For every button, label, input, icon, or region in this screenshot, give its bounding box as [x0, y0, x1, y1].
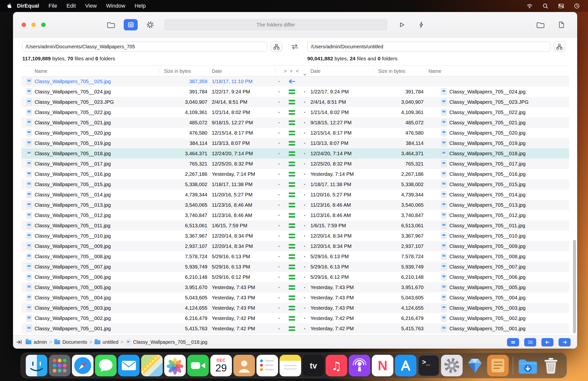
menu-help[interactable]: Help [130, 0, 150, 12]
file-name-right[interactable]: Classy_Wallpapers_705__020.jpg [425, 130, 569, 136]
table-row[interactable]: Classy_Wallpapers_705__012.jpg3,740,8471… [21, 210, 569, 220]
compare-status[interactable] [275, 275, 309, 280]
right-dot-icon[interactable] [304, 246, 305, 247]
wifi-icon[interactable] [526, 3, 533, 9]
equal-icon[interactable] [289, 213, 295, 218]
equal-icon[interactable] [289, 90, 295, 94]
compare-status[interactable] [275, 151, 309, 156]
breadcrumb-folder[interactable]: Documents [54, 339, 87, 345]
file-name-right[interactable]: Classy_Wallpapers_705__003.jpg [425, 305, 569, 311]
table-row[interactable]: Classy_Wallpapers_705__002.jpg6,216,479Y… [21, 313, 569, 324]
dock-launchpad-icon[interactable] [49, 355, 70, 376]
file-name-left[interactable]: Classy_Wallpapers_705__012.jpg [21, 212, 159, 218]
file-name-right[interactable]: Classy_Wallpapers_705__007.jpg [425, 264, 569, 270]
left-dot-icon[interactable] [278, 163, 279, 165]
file-name-left[interactable]: Classy_Wallpapers_705__005.jpg [21, 284, 159, 290]
left-dot-icon[interactable] [278, 307, 279, 309]
left-dot-icon[interactable] [278, 122, 279, 123]
left-path-input[interactable] [22, 42, 267, 52]
column-header-name-right[interactable]: Name [425, 66, 569, 76]
file-name-right[interactable]: Classy_Wallpapers_705__008.jpg [425, 253, 569, 260]
column-header-size-left[interactable]: Size in bytes [159, 66, 210, 76]
file-name-right[interactable]: Classy_Wallpapers_705__006.jpg [425, 274, 569, 280]
compare-status[interactable] [275, 120, 309, 125]
equal-icon[interactable] [289, 172, 295, 176]
left-dot-icon[interactable] [278, 297, 279, 298]
right-path-input[interactable] [307, 42, 550, 52]
dock-notes-icon[interactable] [279, 355, 301, 376]
control-center-icon[interactable] [558, 3, 564, 9]
equal-icon[interactable] [289, 151, 295, 156]
reveal-left-folder-button[interactable] [534, 19, 546, 30]
table-row[interactable]: Classy_Wallpapers_705__009.jpg2,937,1071… [21, 241, 569, 251]
table-row[interactable]: Classy_Wallpapers_705__006.jpg6,210,1485… [21, 272, 569, 282]
equal-icon[interactable] [289, 162, 295, 166]
breadcrumb-file[interactable]: Classy_Wallpapers_705__018.jpg [126, 339, 207, 345]
quick-compare-button[interactable] [415, 19, 427, 30]
right-dot-icon[interactable] [304, 133, 305, 133]
compare-status[interactable] [275, 162, 309, 166]
menu-edit[interactable]: Edit [62, 0, 81, 12]
table-row[interactable]: Classy_Wallpapers_705__024.jpg391,7841/2… [21, 87, 569, 97]
file-name-right[interactable]: Classy_Wallpapers_705__002.jpg [425, 315, 569, 322]
file-name-left[interactable]: Classy_Wallpapers_705__003.jpg [21, 305, 159, 311]
table-row[interactable]: Classy_Wallpapers_705__004.jpg5,043,605Y… [21, 292, 569, 303]
breadcrumb-folder[interactable]: admin [25, 339, 47, 345]
file-name-right[interactable]: Classy_Wallpapers_705__014.jpg [425, 191, 569, 198]
file-name-left[interactable]: Classy_Wallpapers_705__009.jpg [21, 243, 159, 249]
compare-status[interactable] [275, 265, 309, 269]
file-name-right[interactable]: Classy_Wallpapers_705__021.jpg [425, 119, 569, 126]
compare-status[interactable] [275, 306, 309, 310]
previous-difference-button[interactable] [541, 338, 553, 346]
left-dot-icon[interactable] [278, 194, 279, 195]
left-dot-icon[interactable] [278, 143, 279, 144]
right-dot-icon[interactable] [304, 318, 305, 319]
file-name-left[interactable]: Classy_Wallpapers_705__024.jpg [21, 89, 159, 95]
column-header-date-right[interactable]: Date [309, 66, 373, 76]
clock-icon[interactable] [574, 3, 580, 9]
file-name-right[interactable]: Classy_Wallpapers_705__011.jpg [425, 222, 569, 229]
left-dot-icon[interactable] [278, 246, 279, 247]
equal-icon[interactable] [289, 120, 295, 125]
menu-app-name[interactable]: DirEqual [12, 0, 44, 12]
column-header-size-right[interactable]: Size in bytes [373, 66, 425, 76]
file-name-left[interactable]: Classy_Wallpapers_705__019.jpg [21, 140, 159, 146]
menu-file[interactable]: File [44, 0, 62, 12]
dock-calendar-icon[interactable]: DEC29 [210, 355, 232, 376]
dock-safari-icon[interactable] [72, 355, 93, 376]
dock-terminal-icon[interactable]: >_ [418, 355, 440, 376]
file-name-left[interactable]: Classy_Wallpapers_705__004.jpg [21, 294, 159, 301]
dock-contacts-icon[interactable] [233, 355, 255, 376]
file-name-right[interactable]: Classy_Wallpapers_705__013.jpg [425, 202, 569, 208]
compare-view-button[interactable] [124, 19, 138, 30]
filter-options-button[interactable] [524, 338, 536, 346]
file-name-left[interactable]: Classy_Wallpapers_705__013.jpg [21, 202, 159, 208]
right-dot-icon[interactable] [304, 235, 305, 237]
file-name-right[interactable]: Classy_Wallpapers_705__012.jpg [425, 212, 569, 218]
right-dot-icon[interactable] [304, 143, 305, 144]
dock-messages-icon[interactable] [95, 355, 117, 376]
right-dot-icon[interactable] [304, 153, 305, 154]
file-name-right[interactable]: Classy_Wallpapers_705__024.jpg [425, 89, 569, 95]
file-name-right[interactable]: Classy_Wallpapers_705__001.jpg [425, 325, 569, 332]
dock-orange-app-icon[interactable] [487, 355, 509, 376]
reveal-selected-file-button[interactable] [555, 19, 567, 30]
file-name-right[interactable]: Classy_Wallpapers_705__009.jpg [425, 243, 569, 249]
equal-icon[interactable] [289, 223, 295, 228]
dock-news-icon[interactable]: N [372, 355, 393, 376]
table-row[interactable]: Classy_Wallpapers_705__023.JPG3,040,9072… [21, 97, 569, 107]
dock-reminders-icon[interactable] [256, 355, 278, 376]
right-dot-icon[interactable] [304, 91, 305, 93]
equal-icon[interactable] [289, 100, 295, 104]
table-row[interactable]: Classy_Wallpapers_705__010.jpg3,367,9671… [21, 231, 569, 241]
equal-icon[interactable] [289, 285, 295, 290]
compare-status[interactable] [275, 172, 309, 176]
equal-filter-button[interactable] [507, 338, 519, 346]
table-row[interactable]: Classy_Wallpapers_705__005.jpg3,951,670Y… [21, 282, 569, 292]
spotlight-search-icon[interactable] [543, 3, 548, 9]
file-name-right[interactable]: Classy_Wallpapers_705__010.jpg [425, 233, 569, 239]
file-name-right[interactable]: Classy_Wallpapers_705__005.jpg [425, 284, 569, 290]
copy-left-arrow-icon[interactable] [288, 79, 295, 84]
right-dot-icon[interactable] [304, 297, 305, 298]
browse-right-button[interactable] [554, 42, 565, 52]
